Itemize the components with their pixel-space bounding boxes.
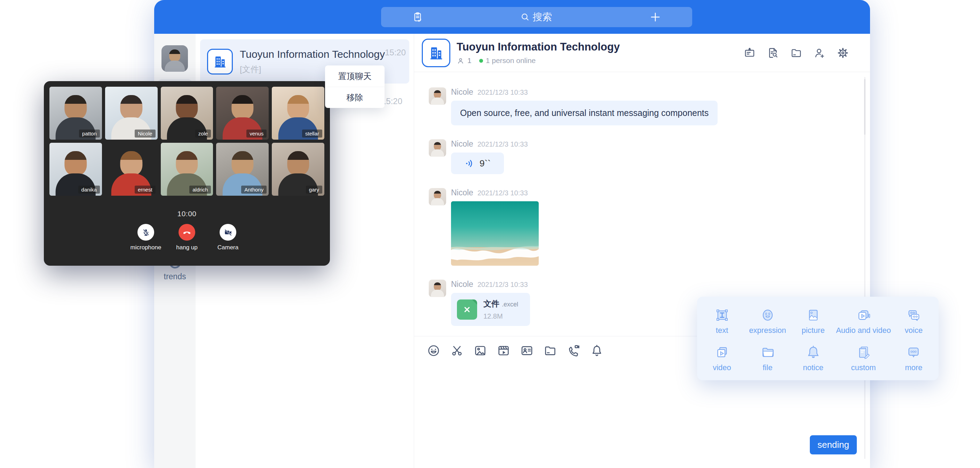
call-log-icon[interactable] — [412, 11, 423, 23]
camera-muted-button[interactable] — [220, 224, 236, 241]
participant-tile: aldrich — [161, 143, 213, 196]
settings-gear-icon[interactable] — [837, 47, 849, 59]
sender-name: Nicole — [451, 280, 473, 289]
file-extension: .excel — [502, 301, 518, 308]
participant-name: patton — [79, 129, 100, 137]
file-size: 12.8M — [484, 312, 518, 320]
scissors-icon[interactable] — [450, 344, 464, 358]
audio-video-icon — [856, 307, 872, 323]
quick-action-notice[interactable]: notice — [790, 340, 836, 377]
hang-up-button[interactable] — [178, 224, 195, 241]
add-member-icon[interactable] — [813, 47, 826, 59]
chat-history-search-icon[interactable] — [767, 47, 779, 59]
participant-name: Nicole — [135, 129, 156, 137]
quick-action-file[interactable]: file — [745, 340, 790, 377]
expression-icon — [760, 307, 776, 323]
quick-action-text[interactable]: text — [699, 302, 745, 340]
participant-tile: patton — [49, 87, 102, 140]
participant-tile: stellar — [272, 87, 325, 140]
search-field[interactable]: 搜索 — [520, 10, 552, 24]
quick-action-custom[interactable]: custom — [836, 340, 891, 377]
chat-header: Tuoyun Information Technology 1 1 person… — [414, 34, 870, 72]
participant-name: zole — [195, 129, 211, 137]
quick-action-label: video — [713, 363, 731, 372]
message-time: 2021/12/3 10:33 — [477, 141, 528, 149]
quick-action-label: more — [905, 363, 922, 372]
avatar[interactable] — [429, 88, 446, 105]
send-button[interactable]: sending — [810, 435, 857, 454]
group-avatar — [207, 49, 233, 75]
quick-action-expression[interactable]: expression — [745, 302, 790, 340]
quick-action-voice[interactable]: voice — [891, 302, 937, 340]
quick-action-label: voice — [905, 326, 923, 335]
scrollbar-thumb[interactable] — [864, 79, 865, 135]
avatar[interactable] — [429, 188, 446, 206]
user-avatar[interactable] — [161, 45, 188, 72]
participant-tile: Anthony — [216, 143, 269, 196]
file-name: 文件 — [484, 299, 500, 309]
search-bar[interactable]: 搜索 — [381, 7, 692, 27]
message-time: 2021/12/3 10:33 — [477, 281, 528, 289]
search-placeholder: 搜索 — [533, 10, 552, 24]
add-icon[interactable] — [649, 11, 662, 23]
message: Nicole 2021/12/3 10:33 — [429, 188, 870, 266]
microphone-control: microphone — [125, 224, 166, 251]
quick-action-label: Audio and video — [836, 326, 891, 335]
participant-name: gary — [306, 185, 322, 193]
voice-message-bubble[interactable]: 9`` — [451, 153, 504, 174]
page-title: Tuoyun Information Technology — [457, 41, 620, 53]
quick-action-label: expression — [749, 326, 786, 335]
image-message[interactable] — [451, 201, 539, 266]
sender-name: Nicole — [451, 88, 473, 97]
quick-action-label: file — [763, 363, 773, 372]
participant-tile: Nicole — [105, 87, 158, 140]
call-controls: microphone hang up — [49, 224, 325, 251]
message: Nicole 2021/12/3 10:33 — [429, 139, 870, 174]
message-list: Nicole 2021/12/3 10:33 Open source, free… — [414, 72, 870, 326]
participant-name: Anthony — [241, 185, 267, 193]
menu-item-pin-chat[interactable]: 置顶聊天 — [325, 65, 385, 87]
avatar[interactable] — [429, 139, 446, 157]
quick-action-video[interactable]: video — [699, 340, 745, 377]
group-files-icon[interactable] — [790, 47, 802, 59]
hang-up-control: hang up — [166, 224, 207, 251]
conversation-title: Tuoyun Information Technology — [240, 48, 385, 60]
quick-action-more[interactable]: more — [891, 340, 937, 377]
video-call-icon[interactable] — [566, 344, 581, 358]
notification-bell-icon[interactable] — [590, 344, 604, 358]
online-dot — [479, 59, 483, 63]
participant-name: aldrich — [189, 185, 211, 193]
emoji-icon[interactable] — [427, 344, 441, 358]
text-frame-icon — [714, 307, 730, 323]
participant-tile: ernest — [105, 143, 158, 196]
folder-icon[interactable] — [543, 344, 557, 358]
participant-name: danika — [78, 185, 100, 193]
members-icon — [457, 57, 465, 65]
voice-icon — [905, 307, 921, 323]
search-icon — [520, 12, 530, 22]
microphone-muted-button[interactable] — [137, 224, 154, 241]
video-clip-icon[interactable] — [496, 344, 511, 358]
message-time: 2021/12/3 10:33 — [477, 88, 528, 96]
app-header: 搜索 — [154, 0, 870, 34]
participant-tile: gary — [272, 143, 325, 196]
trends-label: trends — [154, 272, 196, 281]
quick-action-audio-video[interactable]: Audio and video — [836, 302, 891, 340]
voice-wave-icon — [464, 158, 475, 169]
group-avatar[interactable] — [422, 39, 450, 67]
menu-item-remove[interactable]: 移除 — [325, 87, 385, 108]
participant-name: ernest — [135, 185, 156, 193]
quick-action-picture[interactable]: picture — [790, 302, 836, 340]
notice-bell-icon — [805, 344, 821, 360]
video-icon — [714, 344, 730, 360]
sender-name: Nicole — [451, 188, 473, 197]
message-time: 2021/12/3 10:33 — [477, 189, 528, 197]
contact-card-icon[interactable] — [520, 344, 534, 358]
notice-board-icon[interactable] — [743, 47, 756, 59]
custom-message-icon — [856, 344, 872, 360]
image-icon[interactable] — [473, 344, 487, 358]
file-message-bubble[interactable]: 文件 .excel 12.8M — [451, 293, 530, 326]
camera-control: Camera — [207, 224, 248, 251]
participant-grid: patton Nicole zole venus stellar danika … — [49, 87, 325, 196]
avatar[interactable] — [429, 280, 446, 297]
